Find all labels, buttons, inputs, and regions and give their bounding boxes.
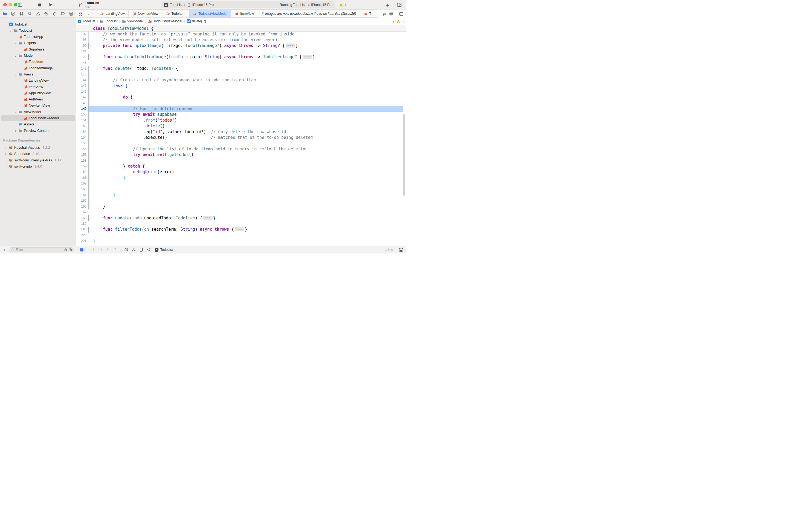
disclosure-open-icon[interactable]: ⌄ [9,29,12,33]
fold-ribbon[interactable] [88,215,90,221]
filter-menu-icon[interactable] [10,247,14,251]
fold-ribbon[interactable] [88,175,90,181]
fold-ribbon[interactable] [88,169,90,175]
code-line-147[interactable]: 147do { [76,95,406,100]
scheme-name[interactable]: TodoList [170,3,183,7]
code-review-icon[interactable] [382,11,387,16]
disclosure-closed-icon[interactable]: › [4,152,7,156]
sidebar-item-viewmodel[interactable]: ⌄ViewModel [0,109,76,115]
code-line-144[interactable]: 144// Create a unit of asynchronous work… [76,77,406,83]
code-fold-ellipsis[interactable] [235,227,244,231]
sccm-filter-icon[interactable] [68,248,72,251]
code-line-143[interactable]: 143 [76,72,406,77]
fold-ribbon[interactable] [88,89,90,95]
fold-chevron-icon[interactable]: › [90,227,92,232]
fold-ribbon[interactable] [88,164,90,169]
reports-icon[interactable] [69,11,73,16]
fold-ribbon[interactable] [88,181,90,186]
code-line-166[interactable]: 166} [76,204,406,210]
sidebar-item-todoitemimage[interactable]: TodoItemImage [0,65,76,71]
code-fold-ellipsis[interactable] [286,44,295,48]
sidebar-item-views[interactable]: ⌄Views [0,71,76,77]
fold-ribbon[interactable] [88,101,90,106]
fold-ribbon[interactable] [88,37,90,43]
run-destination[interactable]: iPhone 15 Pro [192,3,214,7]
fold-chevron-icon[interactable]: › [90,215,92,221]
fold-ribbon[interactable] [88,140,90,146]
warning-icon[interactable] [396,19,400,23]
disclosure-open-icon[interactable]: ⌄ [14,72,17,76]
running-app-name[interactable]: TodoList [160,248,173,251]
code-line-146[interactable]: 146 [76,89,406,95]
fold-ribbon[interactable] [88,106,90,112]
fold-ribbon[interactable] [88,118,90,123]
fold-ribbon[interactable] [88,43,90,49]
code-line-157[interactable]: 157try await self.getTodos() [76,152,406,158]
debug-area-toggle-icon[interactable] [399,247,403,252]
tab-newitemview[interactable]: NewItemView [129,10,162,17]
fold-ribbon[interactable] [88,123,90,129]
tab-todoitem[interactable]: TodoItem [163,10,189,17]
recent-files-icon[interactable] [64,248,67,251]
minimize-window-button[interactable] [9,3,12,6]
code-line-168[interactable]: 168›func update(todo updatedTodo: TodoIt… [76,215,406,221]
jumpbar-segment-todolist[interactable]: TodoList [100,19,118,23]
code-line-152[interactable]: 152.delete() [76,123,406,129]
jumpbar-segment-delete-[interactable]: Mdelete(_:) [187,19,206,23]
editor-layout-icon[interactable] [78,11,82,16]
sidebar-item-preview-content[interactable]: ›Preview Content [0,127,76,133]
code-line-149[interactable]: 149// Run the delete command [76,106,406,112]
code-line-221[interactable]: 221} [76,238,406,244]
code-line-160[interactable]: 160debugPrint(error) [76,169,406,175]
sidebar-item-swift-concurrency-extras[interactable]: ›swift-concurrency-extras1.1.0 [0,157,76,163]
issues-icon[interactable] [36,11,40,16]
code-line-99[interactable]: 99›private func uploadImage(_ image: Tod… [76,43,406,49]
issue-count[interactable]: 1 [339,3,346,7]
minimap-icon[interactable] [389,11,393,16]
jumpbar-segment-todolist[interactable]: ATodoList [77,19,95,23]
code-line-162[interactable]: 162 [76,181,406,186]
fold-chevron-icon[interactable]: › [90,43,92,49]
scrollbar-thumb[interactable] [403,114,405,196]
step-out-icon[interactable] [113,247,117,252]
back-button[interactable]: ‹ [88,11,90,16]
tab-images-are-now-downloaded-n-the-to-do-item-list-1bccd29-[interactable]: #Images are now downloaded...n the to-do… [258,10,360,17]
fold-ribbon[interactable] [88,192,90,198]
sidebar-item-itemview[interactable]: ItemView [0,84,76,90]
code-line-151[interactable]: 151.from("todos") [76,118,406,123]
code-fold-ellipsis[interactable] [303,55,312,59]
code-line-165[interactable]: 165 [76,198,406,204]
close-window-button[interactable] [3,3,7,6]
split-editor-icon[interactable] [399,11,403,16]
disclosure-open-icon[interactable]: ⌄ [14,41,17,45]
code-line-190[interactable]: 190›func filterTodos(on searchTerm: Stri… [76,227,406,232]
debug-icon[interactable] [52,11,57,16]
disclosure-closed-icon[interactable]: › [4,164,7,168]
sidebar-item-appentryview[interactable]: AppEntryView [0,90,76,96]
simulator-icon[interactable] [139,247,143,252]
stop-button[interactable] [38,3,42,7]
sidebar-item-todolistviewmodel[interactable]: TodoListViewModel [0,115,76,121]
fold-ribbon[interactable] [88,77,90,83]
fold-ribbon[interactable] [88,135,90,140]
sidebar-item-landingview[interactable]: LandingView [0,77,76,83]
step-into-icon[interactable] [106,247,110,252]
sidebar-item-supabase[interactable]: Supabase [0,46,76,52]
tests-icon[interactable] [44,11,48,16]
disclosure-closed-icon[interactable]: › [14,129,17,133]
code-line-142[interactable]: 142func delete(_ todo: TodoItem) { [76,66,406,71]
fold-ribbon[interactable] [88,95,90,100]
memory-icon[interactable] [131,247,136,252]
tab-t[interactable]: T [360,10,372,17]
code-line-163[interactable]: 163 [76,187,406,192]
disclosure-open-icon[interactable]: ⌄ [14,53,17,57]
code-line-98[interactable]: 98// the view model itself (it will not … [76,37,406,43]
code-line-155[interactable]: 155 [76,140,406,146]
run-button[interactable] [48,2,53,7]
jumpbar-segment-todolistviewmodel[interactable]: TodoListViewModel [148,19,182,23]
bookmarks-icon[interactable] [19,11,23,16]
sidebar-item-assets[interactable]: Assets [0,121,76,127]
tab-landingview[interactable]: LandingView [96,10,129,17]
pause-icon[interactable] [91,247,95,252]
previous-issue-button[interactable]: ‹ [393,19,394,23]
